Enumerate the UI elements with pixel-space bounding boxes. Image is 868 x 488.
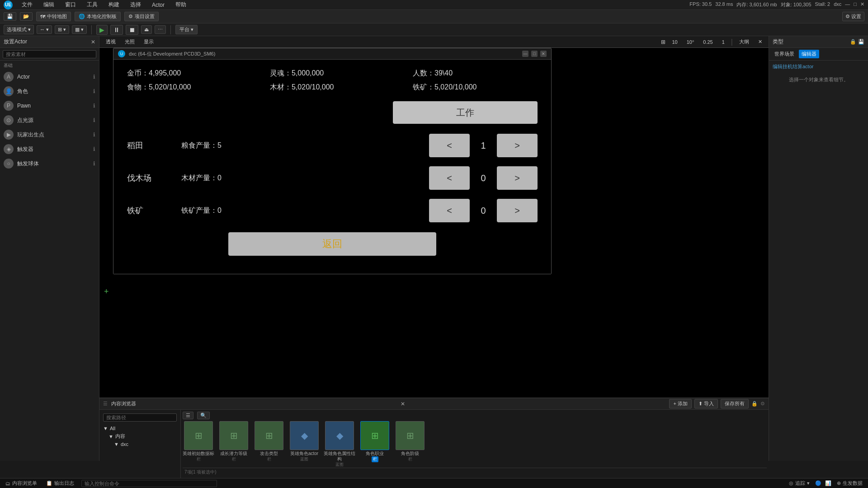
step-btn[interactable]: ⋯ [155, 25, 166, 34]
status-output-log-btn[interactable]: 📋 输出日志 [44, 480, 76, 487]
pause-btn[interactable]: ⏸ [110, 25, 123, 35]
spawn-data-btn[interactable]: ⊕ 生发数据 [835, 480, 864, 487]
content-btn[interactable]: 📂 [20, 12, 33, 21]
panel-item-character[interactable]: 👤 角色 ℹ [0, 84, 99, 99]
menu-actor[interactable]: Actor [150, 1, 166, 9]
tab-editor[interactable]: 编辑器 [799, 50, 819, 58]
trigger-info-icon[interactable]: ℹ [93, 146, 95, 152]
restore-window-btn[interactable]: □ [531, 51, 538, 57]
save-btn[interactable]: 💾 [4, 12, 16, 21]
return-button[interactable]: 返回 [228, 232, 436, 256]
panel-item-trigger[interactable]: ◈ 触发器 ℹ [0, 142, 99, 156]
console-input[interactable] [81, 480, 217, 487]
cb-content-header: ☰ 🔍 [183, 412, 767, 419]
cb-import-btn[interactable]: ⬆ 导入 [694, 399, 718, 408]
status-content-browser-btn[interactable]: 🗂 内容浏览单 [4, 480, 39, 487]
cb-search-btn[interactable]: 🔍 [197, 412, 210, 419]
panel-item-actor[interactable]: A Actor ℹ [0, 70, 99, 84]
iron-left-btn[interactable]: < [429, 199, 470, 222]
thumb-hero-attr[interactable]: ◆ 英雄角色属性结构 蓝图 [324, 421, 355, 468]
spawn-info-icon[interactable]: ℹ [93, 131, 95, 138]
iron-right-btn[interactable]: > [497, 199, 538, 222]
settings-gear-btn[interactable]: ⚙ 设置 [842, 12, 864, 21]
snap-btn[interactable]: ⊞ ▾ [55, 25, 69, 34]
character-info-icon[interactable]: ℹ [93, 88, 95, 94]
pointlight-info-icon[interactable]: ℹ [93, 117, 95, 123]
eject-btn[interactable]: ⏏ [141, 25, 152, 34]
grid-btn[interactable]: ▦ ▾ [72, 25, 87, 34]
pawn-info-icon[interactable]: ℹ [93, 103, 95, 109]
thumb-hero-actor[interactable]: ◆ 英雄角色actor 蓝图 [288, 421, 320, 468]
mode-btn[interactable]: 选项模式 ▾ [4, 25, 34, 34]
menu-build[interactable]: 构建 [107, 0, 121, 9]
lumber-right-btn[interactable]: > [497, 166, 538, 190]
cb-save-all-btn[interactable]: 保存所有 [721, 399, 749, 408]
rice-left-btn[interactable]: < [429, 134, 470, 157]
hub-btn[interactable]: 🗺 中转地图 [36, 12, 71, 21]
project-settings-btn[interactable]: ⚙ 项目设置 [124, 12, 159, 21]
tab-world[interactable]: 世界场景 [772, 50, 797, 58]
search-input[interactable] [3, 50, 96, 58]
thumb-attack[interactable]: ⊞ 攻击类型 栏 [253, 421, 285, 468]
cb-close-btn[interactable]: ✕ [401, 401, 405, 407]
minimize-window-btn[interactable]: — [522, 51, 528, 57]
thumb-job-grade[interactable]: ⊞ 角色阶级 栏 [394, 421, 426, 468]
thumb-hero-init[interactable]: ⊞ 英雄初始数据标 栏 [183, 421, 214, 468]
cb-path-input[interactable] [103, 413, 177, 422]
add-viewport-btn[interactable]: + [104, 287, 109, 296]
rice-right-btn[interactable]: > [497, 134, 538, 157]
menu-file[interactable]: 文件 [20, 0, 34, 9]
menu-tools[interactable]: 工具 [85, 0, 99, 9]
viewport[interactable]: 透视 光照 显示 ⊞ 10 10° 0.25 1 | 大纲 ✕ U dxc (6… [99, 36, 769, 461]
cb-tree-content[interactable]: ▼ 内容 [101, 432, 179, 441]
restore-btn[interactable]: □ [854, 1, 857, 8]
panel-item-spawn[interactable]: ▶ 玩家出生点 ℹ [0, 127, 99, 142]
trace-btn[interactable]: ◎ 追踪 ▾ [787, 480, 811, 487]
menu-select[interactable]: 选择 [128, 0, 143, 9]
platform-btn[interactable]: 平台 ▾ [175, 25, 198, 34]
vp-perspective-btn[interactable]: 透视 [103, 38, 118, 46]
food-stat: 食物：5,020/10,000 [127, 83, 252, 92]
stop-btn[interactable]: ⏹ [126, 25, 138, 35]
cb-tree-dxc[interactable]: ▼ dxc [101, 441, 179, 448]
vp-outline-btn[interactable]: 大纲 [736, 38, 752, 46]
rp-lock-btn[interactable]: 🔒 [850, 39, 856, 45]
menu-edit[interactable]: 编辑 [42, 0, 56, 9]
menu-help[interactable]: 帮助 [174, 0, 188, 9]
triggersphere-info-icon[interactable]: ℹ [93, 160, 95, 167]
lumber-left-btn[interactable]: < [429, 166, 470, 190]
close-btn[interactable]: ✕ [860, 1, 864, 8]
vp-angle[interactable]: 10° [684, 38, 697, 46]
vp-cam[interactable]: 1 [719, 38, 727, 46]
minimize-btn[interactable]: — [845, 1, 850, 8]
transform-btn[interactable]: ↔ ▾ [37, 25, 52, 34]
close-window-btn[interactable]: ✕ [540, 51, 547, 57]
cb-add-btn[interactable]: + 添加 [669, 399, 692, 408]
rp-link[interactable]: 编辑挂机结算actor [773, 64, 813, 69]
spawn-icon: ▶ [4, 130, 14, 140]
vp-lighting-btn[interactable]: 光照 [122, 38, 137, 46]
pointlight-label: 点光源 [17, 117, 90, 124]
close-panel-btn[interactable]: ✕ [91, 39, 95, 45]
work-button[interactable]: 工作 [393, 101, 538, 124]
vp-close-btn[interactable]: ✕ [755, 38, 765, 46]
thumb-job-level[interactable]: ⊞ 角色职业 栏 [359, 421, 391, 468]
local-control-btn[interactable]: 🌐 本地化控制板 [75, 12, 121, 21]
cb-tree-all[interactable]: ▼ All [101, 425, 179, 432]
vp-scale[interactable]: 0.25 [700, 38, 715, 46]
panel-item-pointlight[interactable]: ⊙ 点光源 ℹ [0, 113, 99, 127]
play-btn[interactable]: ▶ [96, 25, 108, 35]
vp-show-btn[interactable]: 显示 [141, 38, 156, 46]
cb-filter-btn[interactable]: ☰ [183, 412, 193, 419]
rp-save-btn[interactable]: 💾 [858, 39, 864, 45]
panel-item-pawn[interactable]: P Pawn ℹ [0, 99, 99, 113]
menu-window[interactable]: 窗口 [63, 0, 78, 9]
rice-counter: 1 [470, 141, 497, 151]
thumb-growth[interactable]: ⊞ 成长潜力等级 栏 [218, 421, 250, 468]
panel-item-triggersphere[interactable]: ○ 触发球体 ℹ [0, 156, 99, 171]
plus-icon: + [673, 401, 676, 406]
actor-info-icon[interactable]: ℹ [93, 74, 95, 80]
vp-grid-size[interactable]: 10 [669, 38, 680, 46]
window-controls: — □ ✕ [522, 51, 547, 57]
lumber-counter: 0 [470, 173, 497, 183]
